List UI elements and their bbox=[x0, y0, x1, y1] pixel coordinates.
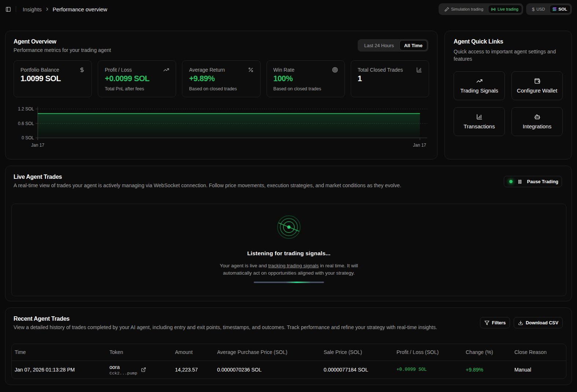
svg-text:Jan 17: Jan 17 bbox=[31, 143, 44, 148]
svg-text:1.2 SOL: 1.2 SOL bbox=[18, 106, 34, 112]
svg-text:Jan 17: Jan 17 bbox=[413, 143, 426, 148]
svg-text:0.6 SOL: 0.6 SOL bbox=[18, 121, 34, 126]
svg-text:0 SOL: 0 SOL bbox=[22, 135, 34, 140]
